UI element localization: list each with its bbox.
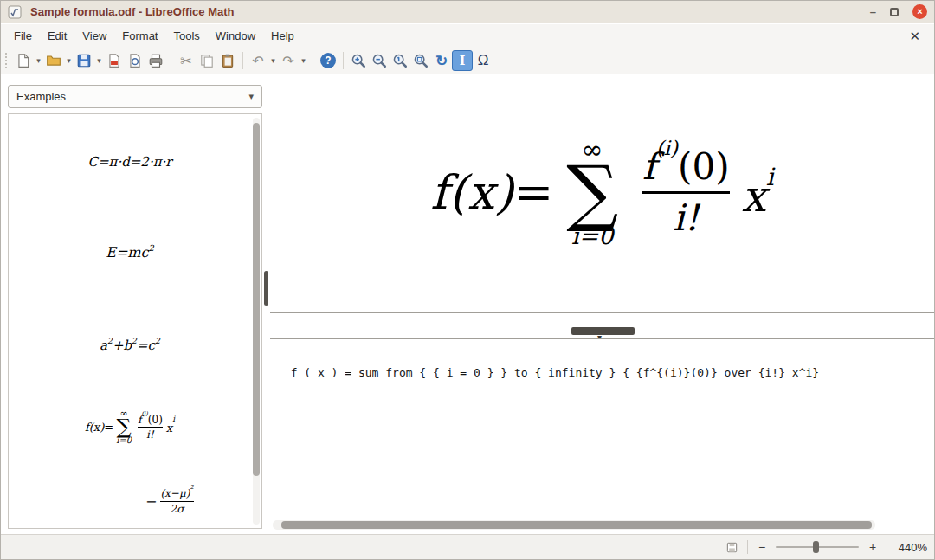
fraction: f(i)(0) i! (138, 415, 163, 441)
example-pythagoras-formula[interactable]: a2+b2=c2 (9, 338, 251, 353)
formula-text: f (642, 145, 656, 188)
window-controls: – × (870, 4, 927, 19)
formula-text: E=mc (106, 244, 148, 261)
menu-edit[interactable]: Edit (40, 25, 74, 47)
zoom-slider-thumb[interactable] (813, 541, 819, 553)
sum-lower-bound: i=0 (571, 222, 613, 249)
open-dropdown-arrow[interactable]: ▾ (64, 56, 74, 65)
zoom-slider[interactable] (776, 539, 859, 555)
scrollbar-thumb[interactable] (253, 123, 260, 476)
redo-dropdown-arrow[interactable]: ▾ (299, 56, 308, 65)
export-pdf-button[interactable] (104, 50, 125, 71)
elements-category-select[interactable]: Examples ▾ (8, 85, 262, 108)
statusbar-right-group: − + 440% (725, 535, 927, 559)
power-term: xi (742, 171, 774, 222)
formula-text: f (430, 165, 448, 220)
formula-text: x (742, 171, 766, 222)
formula-text: +b (113, 338, 132, 353)
formula-text: (x) (448, 165, 514, 220)
editor-horizontal-scrollbar[interactable] (273, 520, 875, 530)
formula-text: f (138, 414, 141, 426)
open-button[interactable] (43, 50, 64, 71)
formula-command-editor[interactable]: f ( x ) = sum from { { i = 0 } } to { in… (270, 338, 934, 534)
example-circle-formula[interactable]: C=π·d=2·π·r (9, 154, 251, 170)
menu-file[interactable]: File (6, 25, 40, 47)
save-floppy-icon (76, 53, 92, 68)
menu-tools[interactable]: Tools (165, 25, 207, 47)
formula-superscript: i (172, 415, 175, 423)
save-dropdown-arrow[interactable]: ▾ (94, 56, 104, 65)
undo-button[interactable]: ↶ (248, 50, 268, 71)
omega-icon: Ω (478, 52, 489, 69)
example-gaussian-formula[interactable]: − (x−μ)2 2σ (9, 488, 251, 514)
zoom-out-button[interactable]: − (757, 540, 767, 554)
formula-superscript: 2 (155, 336, 160, 345)
print-preview-icon (127, 53, 143, 68)
fraction-bar (138, 427, 163, 428)
show-all-button[interactable] (410, 50, 431, 71)
menu-window[interactable]: Window (208, 25, 263, 47)
print-preview-button[interactable] (125, 50, 145, 71)
toolbar-separator (343, 52, 344, 69)
vertical-splitter-handle[interactable] (264, 271, 268, 306)
window-title: Sample formula.odf - LibreOffice Math (30, 5, 234, 18)
examples-scrollbar[interactable] (253, 118, 260, 525)
new-button[interactable] (13, 50, 34, 71)
undo-dropdown-arrow[interactable]: ▾ (268, 56, 278, 65)
scissors-icon: ✂ (180, 53, 191, 69)
formula-text: (0) (148, 414, 163, 426)
horizontal-splitter-handle[interactable] (571, 327, 635, 335)
zoom-in-button[interactable] (348, 50, 369, 71)
formula-text: i! (146, 429, 154, 441)
paste-clipboard-icon (220, 53, 235, 68)
formula-text: C=π·d=2·π·r (88, 154, 172, 170)
statusbar: − + 440% (1, 534, 934, 559)
standard-toolbar: ▾ ▾ ▾ ✂ (1, 48, 934, 74)
close-button[interactable]: × (912, 4, 927, 19)
formula-cursor-toggle[interactable]: I (452, 50, 473, 71)
restore-button[interactable] (890, 8, 899, 16)
new-dropdown-arrow[interactable]: ▾ (34, 56, 43, 65)
menubar: File Edit View Format Tools Window Help … (1, 24, 934, 48)
print-button[interactable] (145, 50, 166, 71)
symbols-catalog-button[interactable]: Ω (473, 50, 493, 71)
formula-preview-area[interactable]: f(x)= ∞ ∑ i=0 f(i)(0) i! xi (270, 74, 934, 313)
summation: ∞ ∑ i=0 (566, 137, 618, 249)
example-taylor-series-formula[interactable]: f(x)= ∞ ∑ i=0 f(i)(0) i! xi (9, 409, 251, 446)
sigma-symbol: ∑ (117, 418, 132, 435)
zoom-100-icon (392, 53, 408, 68)
cut-button[interactable]: ✂ (176, 50, 197, 71)
zoom-100-button[interactable] (390, 50, 410, 71)
titlebar[interactable]: Sample formula.odf - LibreOffice Math – … (1, 1, 934, 23)
undo-arrow-icon: ↶ (252, 53, 263, 69)
zoom-in-button[interactable]: + (867, 540, 878, 554)
zoom-level-value[interactable]: 440% (896, 541, 927, 554)
paste-button[interactable] (217, 50, 238, 71)
minimize-button[interactable]: – (870, 6, 876, 17)
libreoffice-math-window: { "titlebar": { "title": "Sample formula… (0, 0, 935, 560)
small-rendered-formula: − (x−μ)2 2σ (145, 488, 197, 514)
save-button[interactable] (74, 50, 94, 71)
close-document-button[interactable]: ✕ (900, 29, 929, 44)
example-emc2-formula[interactable]: E=mc2 (9, 244, 251, 261)
menu-help[interactable]: Help (263, 25, 302, 47)
formula-superscript: 2 (132, 336, 137, 345)
sum-lower-bound: i=0 (116, 435, 132, 446)
fraction-bar (642, 191, 729, 194)
menu-format[interactable]: Format (114, 25, 165, 47)
toolbar-grip[interactable] (5, 53, 10, 68)
menu-view[interactable]: View (74, 25, 114, 47)
printer-icon (148, 53, 164, 68)
redo-button[interactable]: ↷ (278, 50, 299, 71)
chevron-down-icon: ▾ (248, 91, 254, 102)
toolbar-separator (313, 52, 313, 69)
zoom-out-button[interactable] (369, 50, 390, 71)
copy-button[interactable] (197, 50, 217, 71)
formula-text: (x) (89, 421, 104, 434)
update-button[interactable]: ↻ (431, 50, 452, 71)
formula-text: = (514, 165, 554, 220)
help-button[interactable]: ? (318, 50, 339, 71)
scrollbar-thumb[interactable] (281, 521, 872, 529)
formula-superscript: (i) (142, 410, 148, 417)
formula-text: i! (673, 199, 699, 237)
